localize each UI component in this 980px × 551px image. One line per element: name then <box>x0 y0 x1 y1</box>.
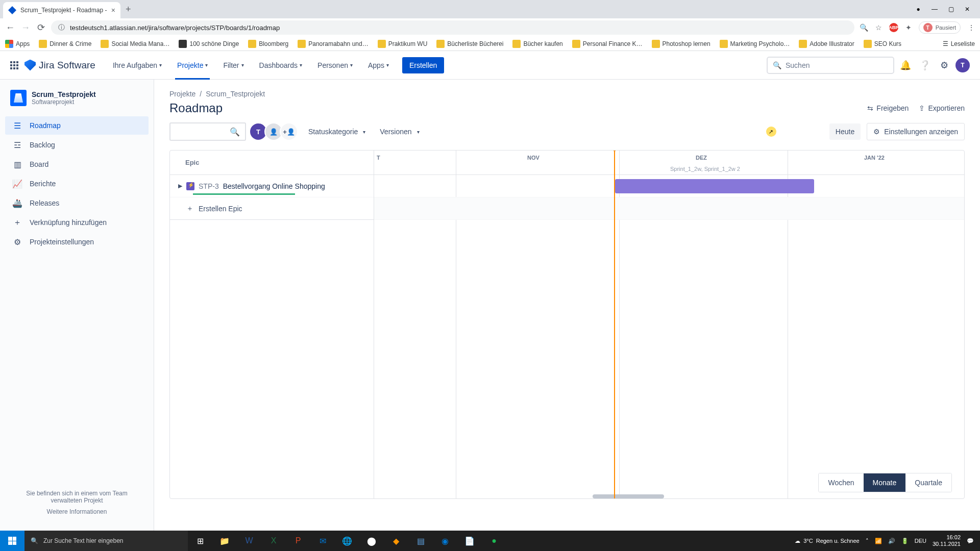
bookmark-apps[interactable]: Apps <box>5 40 30 48</box>
status-filter[interactable]: Statuskategorie▾ <box>304 128 370 136</box>
url-field[interactable]: ⓘ testdeutsch1.atlassian.net/jira/softwa… <box>51 20 854 35</box>
expand-icon[interactable]: ▶ <box>178 183 182 189</box>
nav-apps[interactable]: Apps▾ <box>362 51 395 80</box>
spotify-icon[interactable]: ● <box>482 531 506 551</box>
close-tab-icon[interactable]: × <box>111 6 115 14</box>
bookmark-item[interactable]: Bücherliste Bücherei <box>436 40 503 48</box>
notepad-icon[interactable]: 📄 <box>457 531 482 551</box>
share-button[interactable]: ⇆Freigeben <box>867 104 909 112</box>
bookmark-item[interactable]: ☰Leseliste <box>943 40 975 47</box>
edge-icon[interactable]: ◉ <box>433 531 457 551</box>
app-switcher-icon[interactable] <box>10 61 18 69</box>
nav-filters[interactable]: Filter▾ <box>217 51 250 80</box>
profile-button[interactable]: T Pausiert <box>919 21 961 34</box>
maximize-icon[interactable]: ▢ <box>947 6 954 13</box>
help-icon[interactable]: ❔ <box>917 57 933 73</box>
nav-people[interactable]: Personen▾ <box>311 51 359 80</box>
bookmark-item[interactable]: Dinner & Crime <box>39 40 91 48</box>
gantt-row[interactable] <box>374 175 964 197</box>
today-button[interactable]: Heute <box>829 123 861 140</box>
export-button[interactable]: ⇪Exportieren <box>919 104 965 112</box>
taskbar-search[interactable]: 🔍 Zur Suche Text hier eingeben <box>24 531 188 551</box>
bookmark-item[interactable]: SEO Kurs <box>864 40 901 48</box>
close-window-icon[interactable]: ✕ <box>964 6 971 13</box>
project-header[interactable]: Scrum_Testprojekt Softwareprojekt <box>5 90 149 116</box>
weather-widget[interactable]: ☁ 3°C Regen u. Schnee <box>795 538 859 544</box>
word-icon[interactable]: W <box>237 531 261 551</box>
zoom-quarters[interactable]: Quartale <box>905 473 951 492</box>
adblock-icon[interactable]: ABP <box>889 23 898 32</box>
sidebar-item-roadmap[interactable]: ☰Roadmap <box>5 116 149 135</box>
sidebar-item-releases[interactable]: 🚢Releases <box>5 194 149 212</box>
bookmark-item[interactable]: Bücher kaufen <box>512 40 562 48</box>
avatar-add[interactable]: +👤 <box>280 122 298 141</box>
obs-icon[interactable]: ⬤ <box>359 531 384 551</box>
sound-icon[interactable]: 🔊 <box>888 538 895 544</box>
nav-projects[interactable]: Projekte▾ <box>171 51 214 80</box>
epic-row[interactable]: ▶ STP-3 Bestellvorgang Online Shopping <box>170 175 374 197</box>
sidebar-item-reports[interactable]: 📈Berichte <box>5 174 149 193</box>
zoom-weeks[interactable]: Wochen <box>819 473 863 492</box>
bookmark-item[interactable]: Marketing Psycholo… <box>720 40 790 48</box>
wifi-icon[interactable]: 📶 <box>875 538 882 544</box>
back-button[interactable]: ← <box>5 22 15 33</box>
bookmark-item[interactable]: Adobe Illustrator <box>799 40 854 48</box>
epic-bar[interactable] <box>615 179 814 193</box>
tray-expand-icon[interactable]: ˄ <box>866 538 869 544</box>
bookmark-item[interactable]: Panoramabahn und… <box>298 40 368 48</box>
bookmark-item[interactable]: Photoshop lernen <box>652 40 710 48</box>
horizontal-scrollbar[interactable] <box>593 494 664 498</box>
app-icon[interactable]: ▤ <box>408 531 433 551</box>
powerpoint-icon[interactable]: P <box>286 531 310 551</box>
task-view-icon[interactable]: ⊞ <box>188 531 212 551</box>
notifications-tray-icon[interactable]: 💬 <box>967 538 974 544</box>
clock[interactable]: 16:02 30.11.2021 <box>933 534 961 547</box>
app-icon[interactable]: ◆ <box>384 531 408 551</box>
star-icon[interactable]: ☆ <box>875 23 882 32</box>
notifications-icon[interactable]: 🔔 <box>897 57 914 73</box>
browser-tab[interactable]: Scrum_Testprojekt - Roadmap - × <box>3 2 120 18</box>
start-button[interactable] <box>0 531 24 551</box>
sidebar-item-add-link[interactable]: ＋Verknüpfung hinzufügen <box>5 213 149 232</box>
epic-key[interactable]: STP-3 <box>199 182 219 190</box>
bookmark-item[interactable]: Personal Finance K… <box>572 40 643 48</box>
assignee-filter[interactable]: T 👤 +👤 <box>252 122 298 141</box>
sidebar-footer-link[interactable]: Weitere Informationen <box>10 508 143 515</box>
explorer-icon[interactable]: 📁 <box>212 531 237 551</box>
profile-avatar[interactable]: T <box>955 58 970 72</box>
bookmark-item[interactable]: 100 schöne Dinge <box>179 40 239 48</box>
language-indicator[interactable]: DEU <box>915 538 926 544</box>
search-input[interactable]: 🔍 Suchen <box>767 57 894 74</box>
sidebar-item-backlog[interactable]: ☲Backlog <box>5 136 149 154</box>
sidebar-item-settings[interactable]: ⚙Projekteinstellungen <box>5 233 149 251</box>
settings-icon[interactable]: ⚙ <box>936 57 952 73</box>
zoom-months[interactable]: Monate <box>864 473 906 492</box>
jira-logo[interactable]: Jira Software <box>24 60 95 71</box>
extensions-icon[interactable]: ✦ <box>905 23 912 32</box>
create-button[interactable]: Erstellen <box>402 57 444 73</box>
menu-icon[interactable]: ⋮ <box>968 23 975 32</box>
bookmark-item[interactable]: Bloomberg <box>248 40 288 48</box>
minimize-icon[interactable]: — <box>931 6 938 13</box>
breadcrumb-project-name[interactable]: Scrum_Testprojekt <box>206 90 265 98</box>
zoom-icon[interactable]: 🔍 <box>860 23 868 32</box>
breadcrumb-projects[interactable]: Projekte <box>169 90 195 98</box>
gantt-row-empty[interactable] <box>374 197 964 220</box>
roadmap-search-input[interactable]: 🔍 <box>169 122 246 141</box>
view-settings-button[interactable]: ⚙Einstellungen anzeigen <box>867 123 965 140</box>
versions-filter[interactable]: Versionen▾ <box>376 128 423 136</box>
search-placeholder: Suchen <box>786 61 810 69</box>
create-epic-button[interactable]: ＋ Erstellen Epic <box>170 197 374 220</box>
bookmark-item[interactable]: Social Media Mana… <box>101 40 169 48</box>
bookmark-item[interactable]: Praktikum WU <box>378 40 428 48</box>
nav-your-work[interactable]: Ihre Aufgaben▾ <box>107 51 168 80</box>
new-tab-button[interactable]: + <box>120 4 136 15</box>
excel-icon[interactable]: X <box>261 531 286 551</box>
mail-icon[interactable]: ✉ <box>310 531 335 551</box>
reload-button[interactable]: ⟳ <box>36 22 46 33</box>
battery-icon[interactable]: 🔋 <box>901 538 909 544</box>
nav-dashboards[interactable]: Dashboards▾ <box>253 51 309 80</box>
sidebar-item-board[interactable]: ▥Board <box>5 155 149 173</box>
chrome-icon[interactable]: 🌐 <box>335 531 359 551</box>
chrome-dot-icon[interactable]: ● <box>915 6 922 13</box>
